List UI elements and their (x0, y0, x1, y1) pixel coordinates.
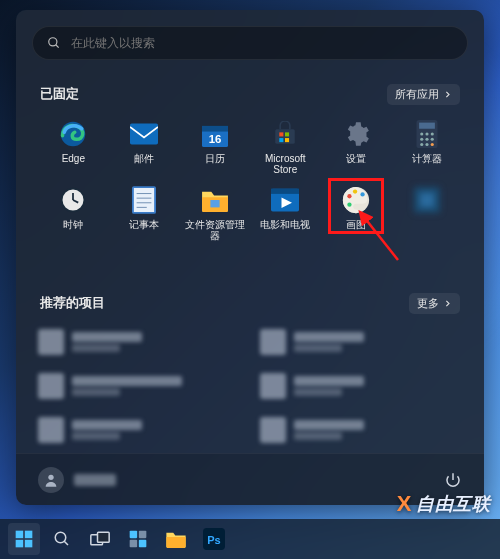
all-apps-label: 所有应用 (395, 87, 439, 102)
app-tile-clock[interactable]: 时钟 (38, 181, 109, 243)
svg-point-0 (49, 38, 57, 46)
svg-rect-57 (139, 540, 147, 548)
app-tile-settings[interactable]: 设置 (321, 115, 392, 177)
app-label: 电影和电视 (260, 219, 310, 230)
power-button[interactable] (444, 471, 462, 489)
chevron-right-icon (443, 299, 452, 308)
pinned-apps-grid: Edge 邮件 16 日历 Microsoft Store (38, 115, 462, 243)
all-apps-button[interactable]: 所有应用 (387, 84, 460, 105)
blurred-icon (412, 185, 442, 215)
app-label: 邮件 (134, 153, 154, 164)
app-tile-movies[interactable]: 电影和电视 (250, 181, 321, 243)
calculator-icon (412, 119, 442, 149)
svg-line-51 (64, 541, 68, 545)
svg-rect-53 (98, 532, 110, 542)
svg-line-1 (56, 45, 59, 48)
svg-point-38 (347, 194, 351, 198)
app-tile-edge[interactable]: Edge (38, 115, 109, 177)
svg-point-15 (425, 132, 428, 135)
start-menu: 已固定 所有应用 Edge 邮件 (16, 10, 484, 505)
svg-rect-10 (280, 138, 284, 142)
search-input[interactable] (71, 36, 453, 50)
svg-rect-33 (210, 200, 219, 207)
svg-point-14 (420, 132, 423, 135)
store-icon (270, 119, 300, 149)
paint-icon (341, 185, 371, 215)
recommended-item[interactable] (38, 368, 240, 404)
app-label: 文件资源管理器 (183, 219, 247, 241)
svg-rect-5 (202, 126, 228, 132)
taskbar-search-button[interactable] (46, 523, 78, 555)
svg-rect-49 (25, 540, 33, 548)
watermark: X 自由互联 (397, 491, 490, 517)
svg-rect-43 (419, 193, 434, 208)
more-button[interactable]: 更多 (409, 293, 460, 314)
svg-point-41 (347, 203, 351, 207)
app-tile-calculator[interactable]: 计算器 (391, 115, 462, 177)
notepad-icon (129, 185, 159, 215)
search-box[interactable] (32, 26, 468, 60)
user-account-button[interactable] (38, 467, 116, 493)
app-label: 日历 (205, 153, 225, 164)
svg-point-20 (420, 143, 423, 146)
svg-rect-35 (271, 189, 299, 194)
svg-rect-28 (134, 188, 154, 212)
search-icon (47, 36, 61, 50)
svg-rect-48 (16, 540, 24, 548)
folder-icon (200, 185, 230, 215)
svg-rect-55 (139, 531, 147, 539)
clock-icon (58, 185, 88, 215)
app-label: 记事本 (129, 219, 159, 230)
app-label (412, 219, 442, 230)
app-tile-mail[interactable]: 邮件 (109, 115, 180, 177)
svg-rect-11 (285, 138, 289, 142)
recommended-item[interactable] (38, 324, 240, 360)
svg-text:16: 16 (208, 133, 221, 145)
recommended-list (38, 324, 462, 448)
svg-point-40 (360, 192, 364, 196)
svg-point-18 (425, 138, 428, 141)
app-tile-notepad[interactable]: 记事本 (109, 181, 180, 243)
recommended-item[interactable] (260, 368, 462, 404)
app-tile-blurred[interactable] (391, 181, 462, 243)
svg-rect-3 (130, 124, 158, 145)
user-name (74, 474, 116, 486)
app-tile-explorer[interactable]: 文件资源管理器 (179, 181, 250, 243)
task-view-button[interactable] (84, 523, 116, 555)
pinned-heading: 已固定 (40, 86, 79, 103)
app-tile-store[interactable]: Microsoft Store (250, 115, 321, 177)
svg-rect-46 (16, 531, 24, 539)
svg-text:Ps: Ps (207, 534, 220, 546)
svg-point-16 (430, 132, 433, 135)
svg-point-17 (420, 138, 423, 141)
app-tile-paint[interactable]: 画图 (321, 181, 392, 243)
svg-point-19 (430, 138, 433, 141)
svg-rect-13 (419, 123, 435, 129)
recommended-item[interactable] (38, 412, 240, 448)
svg-rect-56 (130, 540, 138, 548)
svg-rect-9 (285, 132, 289, 136)
recommended-heading: 推荐的项目 (40, 295, 105, 312)
svg-point-45 (48, 474, 53, 479)
svg-point-39 (353, 189, 357, 193)
app-label: Edge (62, 153, 85, 164)
svg-rect-8 (280, 132, 284, 136)
movies-icon (270, 185, 300, 215)
watermark-logo: X (397, 491, 412, 517)
edge-icon (58, 119, 88, 149)
widgets-button[interactable] (122, 523, 154, 555)
app-label: 设置 (346, 153, 366, 164)
recommended-item[interactable] (260, 324, 462, 360)
app-tile-calendar[interactable]: 16 日历 (179, 115, 250, 177)
svg-rect-47 (25, 531, 33, 539)
taskbar-explorer[interactable] (160, 523, 192, 555)
taskbar: Ps (0, 519, 500, 559)
avatar-icon (38, 467, 64, 493)
start-button[interactable] (8, 523, 40, 555)
recommended-item[interactable] (260, 412, 462, 448)
watermark-text: 自由互联 (416, 492, 490, 516)
chevron-right-icon (443, 90, 452, 99)
taskbar-photoshop[interactable]: Ps (198, 523, 230, 555)
svg-point-22 (430, 143, 433, 146)
calendar-icon: 16 (200, 119, 230, 149)
